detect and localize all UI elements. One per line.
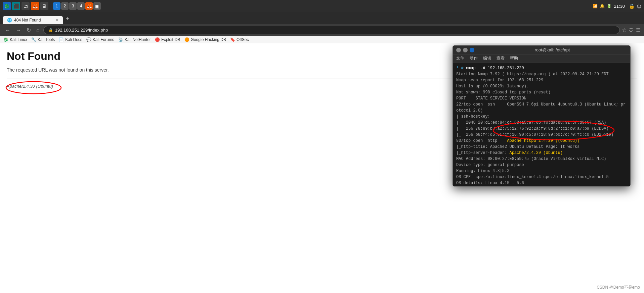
bookmark-icon-3: 💬 <box>86 37 91 42</box>
terminal-line: 22/tcp open ssh OpenSSH 7.6p1 Ubuntu 4ub… <box>456 101 627 114</box>
taskbar-numbers: 1 2 3 4 🦊 ▣ <box>53 2 101 10</box>
terminal-line: | 256 78:89:b3:a2:75:12:76:92:2a:f9:8d:2… <box>456 126 627 132</box>
taskbar-num-4[interactable]: 4 <box>77 2 85 10</box>
terminal-controls <box>456 48 474 52</box>
browser-content: Not Found The requested URL was not foun… <box>0 43 644 293</box>
taskbar-num-3[interactable]: 3 <box>69 2 77 10</box>
terminal-window: root@kali: /etc/apt 文件 动作 编辑 查看 帮助 └─# n… <box>453 45 631 186</box>
bookmark-kali-forums[interactable]: 💬 Kali Forums <box>86 37 114 42</box>
bookmark-icon-1: 🔧 <box>31 37 36 42</box>
bookmark-label-5: Exploit-DB <box>161 37 180 42</box>
os-taskbar-icons: 🐉 ⬛ 🗂 🦊 🖥 <box>3 2 48 10</box>
address-bar[interactable]: 🔒 192.168.251.229/index.php <box>43 26 620 34</box>
terminal-close-button[interactable] <box>470 48 474 52</box>
terminal-menubar: 文件 动作 编辑 查看 帮助 <box>453 54 630 62</box>
nav-bar: ← → ↻ ⌂ 🔒 192.168.251.229/index.php ☆ 🛡 … <box>0 24 644 36</box>
star-icon[interactable]: ☆ <box>622 27 627 33</box>
terminal-line: 80/tcp open http Apache httpd 2.4.29 ((U… <box>456 138 627 144</box>
bookmark-label-4: Kali NetHunter <box>125 37 151 42</box>
shield-icon: 🛡 <box>629 27 634 33</box>
bookmark-icon-2: 📄 <box>59 37 64 42</box>
terminal-menu-action[interactable]: 动作 <box>470 55 478 61</box>
bookmark-exploit-db[interactable]: 🔴 Exploit-DB <box>155 37 180 42</box>
browser-tab-active[interactable]: 🌐 404 Not Found ✕ <box>3 16 63 24</box>
nav-right-icons: ☆ 🛡 ☰ <box>622 27 641 33</box>
tray-sound: 🔔 <box>600 4 605 8</box>
bookmark-label-0: Kali Linux <box>10 37 27 42</box>
bookmark-kali-docs[interactable]: 📄 Kali Docs <box>59 37 82 42</box>
os-icon-files[interactable]: 🗂 <box>22 2 30 10</box>
terminal-line: | ssh-hostkey: <box>456 114 627 120</box>
tab-title: 404 Not Found <box>14 18 41 23</box>
bookmark-kali-tools[interactable]: 🔧 Kali Tools <box>31 37 55 42</box>
terminal-line: |_ 256 b8:f4:d6:61:cf:16:90:c5:07:18:99:… <box>456 132 627 138</box>
os-icon-term2[interactable]: ▣ <box>93 2 101 10</box>
terminal-maximize-button[interactable] <box>463 48 468 52</box>
back-button[interactable]: ← <box>3 27 12 34</box>
terminal-line: Starting Nmap 7.92 ( https://nmap.org ) … <box>456 71 627 77</box>
tab-favicon: 🌐 <box>7 18 12 23</box>
terminal-line: OS CPE: cpe:/o:linux:linux_kernel:4 cpe:… <box>456 174 627 180</box>
terminal-minimize-button[interactable] <box>456 48 461 52</box>
os-tray: 📶 🔔 🔋 <box>593 4 612 8</box>
terminal-line: Not shown: 998 closed tcp ports (reset) <box>456 89 627 95</box>
tray-lock: 🔒 <box>629 3 635 9</box>
server-info-text: Apache/2.4.30 (Ubuntu) <box>7 84 53 89</box>
bookmark-icon-7: 🔖 <box>230 37 235 42</box>
bookmark-label-3: Kali Forums <box>93 37 114 42</box>
terminal-line: |_http-title: Apache2 Ubuntu Default Pag… <box>456 144 627 150</box>
security-icon: 🔒 <box>48 28 53 32</box>
terminal-menu-file[interactable]: 文件 <box>456 55 464 61</box>
bookmark-icon-5: 🔴 <box>155 37 160 42</box>
bookmark-label-2: Kali Docs <box>65 37 82 42</box>
bookmark-icon-0: 🐉 <box>3 37 8 42</box>
os-icon-kali[interactable]: 🐉 <box>3 2 11 10</box>
terminal-titlebar: root@kali: /etc/apt <box>453 46 630 54</box>
watermark: CSDN @Demo不是emo <box>597 285 640 290</box>
terminal-menu-view[interactable]: 查看 <box>497 55 505 61</box>
new-tab-button[interactable]: + <box>64 15 72 23</box>
tray-battery: 🔋 <box>607 4 612 8</box>
terminal-line: OS details: Linux 4.15 - 5.6 <box>456 180 627 186</box>
tab-bar: 🌐 404 Not Found ✕ + <box>0 12 644 24</box>
bookmark-icon-6: 🟠 <box>184 37 189 42</box>
os-icon-terminal[interactable]: ⬛ <box>12 2 20 10</box>
os-clock: 21:30 <box>614 4 625 9</box>
os-topbar: 🐉 ⬛ 🗂 🦊 🖥 1 2 3 4 🦊 ▣ 📶 🔔 🔋 21:30 🔒 ⏻ <box>0 0 644 12</box>
terminal-line: PORT STATE SERVICE VERSION <box>456 95 627 101</box>
tray-network: 📶 <box>593 4 598 8</box>
address-text: 192.168.251.229/index.php <box>55 28 108 33</box>
reload-button[interactable]: ↻ <box>25 26 33 34</box>
taskbar-num-2[interactable]: 2 <box>61 2 69 10</box>
terminal-line: Device type: general purpose <box>456 162 627 168</box>
bookmark-label-6: Google Hacking DB <box>191 37 226 42</box>
terminal-line: Host is up (0.00029s latency). <box>456 83 627 89</box>
tray-power: ⏻ <box>637 3 641 9</box>
terminal-body[interactable]: └─# nmap -A 192.168.251.229Starting Nmap… <box>453 62 630 186</box>
bookmark-kali-linux[interactable]: 🐉 Kali Linux <box>3 37 27 42</box>
browser-window: 🌐 404 Not Found ✕ + ← → ↻ ⌂ 🔒 192.168.25… <box>0 12 644 293</box>
terminal-line: Running: Linux 4.X|5.X <box>456 168 627 174</box>
terminal-line: |_http-server-header: Apache/2.4.29 (Ubu… <box>456 150 627 156</box>
bookmark-label-1: Kali Tools <box>38 37 55 42</box>
home-button[interactable]: ⌂ <box>35 27 41 34</box>
menu-icon[interactable]: ☰ <box>636 27 641 33</box>
terminal-line: └─# nmap -A 192.168.251.229 <box>456 65 627 71</box>
forward-button[interactable]: → <box>14 27 23 34</box>
os-icon-misc[interactable]: 🖥 <box>40 2 48 10</box>
terminal-menu-edit[interactable]: 编辑 <box>483 55 491 61</box>
bookmark-label-7: OffSec <box>237 37 249 42</box>
bookmark-icon-4: 📡 <box>118 37 123 42</box>
tab-close-button[interactable]: ✕ <box>55 18 59 23</box>
os-icon-browser[interactable]: 🦊 <box>31 2 39 10</box>
bookmark-offsec[interactable]: 🔖 OffSec <box>230 37 249 42</box>
bookmark-google-hacking[interactable]: 🟠 Google Hacking DB <box>184 37 226 42</box>
bookmark-kali-nethunter[interactable]: 📡 Kali NetHunter <box>118 37 151 42</box>
terminal-line: Nmap scan report for 192.168.251.229 <box>456 77 627 83</box>
bookmarks-bar: 🐉 Kali Linux 🔧 Kali Tools 📄 Kali Docs 💬 … <box>0 36 644 43</box>
terminal-menu-help[interactable]: 帮助 <box>510 55 518 61</box>
terminal-line: | 2048 20:d1:ed:84:cc:68:a5:a7:86:f0:da:… <box>456 120 627 126</box>
terminal-title: root@kali: /etc/apt <box>478 47 627 52</box>
os-icon-ff[interactable]: 🦊 <box>85 2 93 10</box>
taskbar-num-1[interactable]: 1 <box>53 2 60 10</box>
